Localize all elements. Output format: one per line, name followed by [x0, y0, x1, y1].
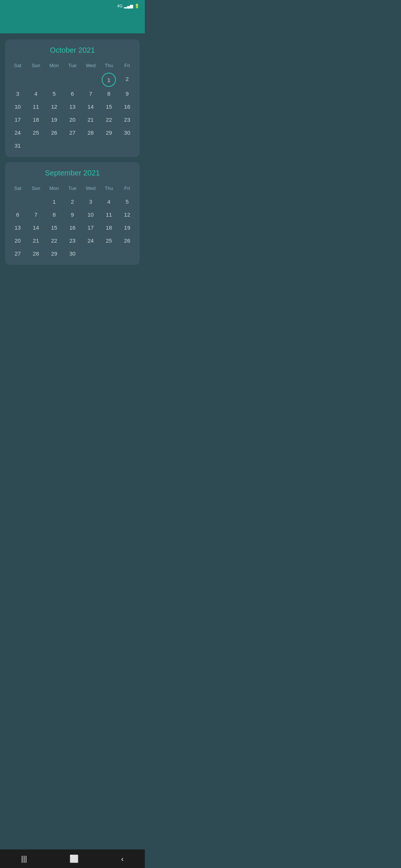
day-cell[interactable]: 14: [27, 221, 45, 234]
day-cell[interactable]: 15: [45, 221, 63, 234]
day-cell[interactable]: 25: [27, 126, 45, 139]
status-bar: 4G ▂▄▆ 🔋: [0, 0, 145, 12]
day-cell[interactable]: 18: [100, 221, 118, 234]
day-cell[interactable]: 19: [118, 221, 136, 234]
calendar-grid: SatSunMonTueWedThuFri1234567891011121314…: [9, 184, 136, 260]
day-cell[interactable]: 30: [118, 126, 136, 139]
day-cell[interactable]: 2: [118, 73, 136, 87]
day-cell[interactable]: 20: [9, 234, 26, 247]
day-cell[interactable]: 4: [27, 88, 45, 100]
empty-day-cell: [63, 73, 81, 87]
day-header: Mon: [45, 184, 63, 195]
day-cell[interactable]: 16: [63, 221, 81, 234]
day-cell[interactable]: 25: [100, 234, 118, 247]
day-header: Wed: [82, 61, 100, 72]
empty-day-cell: [45, 73, 63, 87]
day-cell[interactable]: 4: [100, 195, 118, 208]
day-cell[interactable]: 20: [63, 114, 81, 126]
calendar-october-2021: October 2021SatSunMonTueWedThuFri1234567…: [5, 39, 140, 157]
empty-day-cell: [9, 195, 26, 208]
day-header: Fri: [118, 184, 136, 195]
day-cell[interactable]: 1: [102, 73, 116, 87]
day-cell[interactable]: 22: [45, 234, 63, 247]
day-cell[interactable]: 30: [63, 247, 81, 260]
day-cell[interactable]: 27: [63, 126, 81, 139]
day-cell[interactable]: 13: [9, 221, 26, 234]
day-cell[interactable]: 10: [82, 208, 100, 221]
calendar-grid: SatSunMonTueWedThuFri1234567891011121314…: [9, 61, 136, 152]
network-icon: 4G: [117, 4, 123, 8]
day-header: Tue: [63, 184, 81, 195]
day-cell[interactable]: 31: [9, 139, 26, 152]
day-header: Fri: [118, 61, 136, 72]
day-cell[interactable]: 11: [27, 101, 45, 113]
day-cell[interactable]: 28: [82, 126, 100, 139]
day-cell[interactable]: 8: [45, 208, 63, 221]
day-cell[interactable]: 29: [45, 247, 63, 260]
day-cell[interactable]: 15: [100, 101, 118, 113]
day-cell[interactable]: 2: [63, 195, 81, 208]
day-cell[interactable]: 29: [100, 126, 118, 139]
signal-icon: ▂▄▆: [124, 4, 133, 9]
day-cell[interactable]: 19: [45, 114, 63, 126]
calendar-month-title: September 2021: [9, 169, 136, 177]
empty-day-cell: [82, 73, 100, 87]
day-header: Sun: [27, 184, 45, 195]
day-cell[interactable]: 22: [100, 114, 118, 126]
day-cell[interactable]: 1: [45, 195, 63, 208]
day-cell[interactable]: 9: [118, 88, 136, 100]
calendar-month-title: October 2021: [9, 46, 136, 55]
day-header: Mon: [45, 61, 63, 72]
day-cell[interactable]: 18: [27, 114, 45, 126]
day-cell[interactable]: 5: [45, 88, 63, 100]
day-cell[interactable]: 17: [82, 221, 100, 234]
calendar-september-2021: September 2021SatSunMonTueWedThuFri12345…: [5, 162, 140, 265]
day-cell[interactable]: 12: [118, 208, 136, 221]
day-cell[interactable]: 21: [82, 114, 100, 126]
day-cell[interactable]: 3: [82, 195, 100, 208]
day-header: Sat: [9, 184, 26, 195]
day-cell[interactable]: 6: [9, 208, 26, 221]
day-header: Wed: [82, 184, 100, 195]
day-cell[interactable]: 11: [100, 208, 118, 221]
day-cell[interactable]: 3: [9, 88, 26, 100]
empty-day-cell: [27, 73, 45, 87]
empty-day-cell: [9, 73, 26, 87]
day-cell[interactable]: 14: [82, 101, 100, 113]
day-header: Tue: [63, 61, 81, 72]
content-area: October 2021SatSunMonTueWedThuFri1234567…: [0, 33, 145, 271]
day-cell[interactable]: 26: [45, 126, 63, 139]
day-cell[interactable]: 10: [9, 101, 26, 113]
status-icons: 4G ▂▄▆ 🔋: [117, 4, 140, 9]
day-cell[interactable]: 7: [82, 88, 100, 100]
day-cell[interactable]: 21: [27, 234, 45, 247]
day-cell[interactable]: 13: [63, 101, 81, 113]
day-cell[interactable]: 24: [9, 126, 26, 139]
day-cell[interactable]: 28: [27, 247, 45, 260]
day-header: Thu: [100, 61, 118, 72]
app-header: [0, 12, 145, 33]
day-cell[interactable]: 17: [9, 114, 26, 126]
day-cell[interactable]: 16: [118, 101, 136, 113]
day-cell[interactable]: 5: [118, 195, 136, 208]
day-cell[interactable]: 27: [9, 247, 26, 260]
day-cell[interactable]: 6: [63, 88, 81, 100]
day-header: Sat: [9, 61, 26, 72]
day-header: Thu: [100, 184, 118, 195]
battery-icon: 🔋: [134, 4, 140, 9]
day-cell[interactable]: 24: [82, 234, 100, 247]
day-cell[interactable]: 23: [63, 234, 81, 247]
day-cell[interactable]: 8: [100, 88, 118, 100]
empty-day-cell: [27, 195, 45, 208]
day-cell[interactable]: 9: [63, 208, 81, 221]
day-cell[interactable]: 12: [45, 101, 63, 113]
day-header: Sun: [27, 61, 45, 72]
day-cell[interactable]: 26: [118, 234, 136, 247]
day-cell[interactable]: 23: [118, 114, 136, 126]
day-cell[interactable]: 7: [27, 208, 45, 221]
